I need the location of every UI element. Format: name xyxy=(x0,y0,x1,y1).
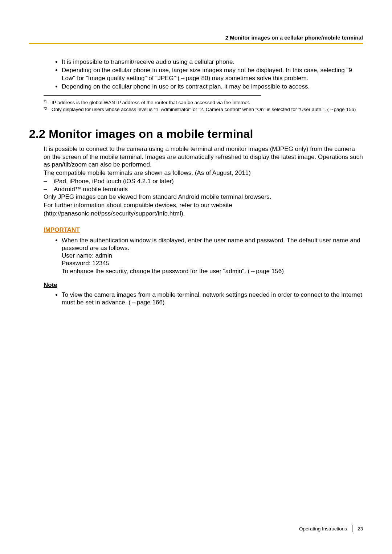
important-line-1: When the authentication window is displa… xyxy=(62,237,360,251)
important-line-4: To enhance the security, change the pass… xyxy=(62,268,284,275)
important-line-3: Password: 12345 xyxy=(62,260,109,267)
compatibility-list: iPad, iPhone, iPod touch (iOS 4.2.1 or l… xyxy=(44,177,363,193)
section-heading: 2.2 Monitor images on a mobile terminal xyxy=(29,127,363,141)
footnote-1: *1 IP address is the global WAN IP addre… xyxy=(44,99,363,106)
footnotes-block: *1 IP address is the global WAN IP addre… xyxy=(44,99,363,113)
note-item: To view the camera images from a mobile … xyxy=(62,291,363,307)
footer-page-number: 23 xyxy=(358,526,363,532)
note-heading: Note xyxy=(44,282,363,289)
chapter-header: 2 Monitor images on a cellular phone/mob… xyxy=(29,34,363,44)
important-item: When the authentication window is displa… xyxy=(62,237,363,275)
post-paragraph-1: Only JPEG images can be viewed from stan… xyxy=(44,193,363,201)
footnote-1-text: IP address is the global WAN IP address … xyxy=(52,99,363,106)
important-heading: IMPORTANT xyxy=(44,226,363,234)
important-line-2: User name: admin xyxy=(62,252,112,259)
footnote-2-label: *2 xyxy=(44,106,52,111)
post-paragraph-3: (http://panasonic.net/pss/security/suppo… xyxy=(44,210,363,217)
footer-doc-title: Operating Instructions xyxy=(299,526,347,532)
top-bullet-list: It is impossible to transmit/receive aud… xyxy=(51,58,363,90)
post-paragraph-2: For further information about compatible… xyxy=(44,201,363,209)
footnote-2: *2 Only displayed for users whose access… xyxy=(44,106,363,113)
page-footer: Operating Instructions 23 xyxy=(299,525,363,532)
note-list: To view the camera images from a mobile … xyxy=(51,291,363,307)
intro-paragraph-2: The compatible mobile terminals are show… xyxy=(44,169,363,177)
footnote-2-text: Only displayed for users whose access le… xyxy=(52,106,363,113)
footnote-1-label: *1 xyxy=(44,99,52,104)
top-bullet-1: It is impossible to transmit/receive aud… xyxy=(62,58,363,66)
top-bullet-2: Depending on the cellular phone in use, … xyxy=(62,66,363,82)
footer-divider xyxy=(352,525,352,532)
top-bullet-3: Depending on the cellular phone in use o… xyxy=(62,83,363,90)
intro-paragraph-1: It is possible to connect to the camera … xyxy=(44,145,363,168)
compat-item-1: iPad, iPhone, iPod touch (iOS 4.2.1 or l… xyxy=(44,177,363,185)
footnote-divider xyxy=(44,95,261,96)
important-list: When the authentication window is displa… xyxy=(51,237,363,275)
compat-item-2: Android™ mobile terminals xyxy=(44,185,363,193)
